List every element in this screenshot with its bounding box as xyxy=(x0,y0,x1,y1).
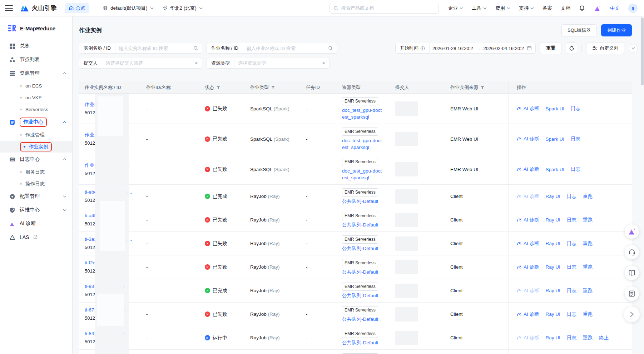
sidebar-item-las[interactable]: LAS xyxy=(0,230,72,244)
action-open-ui[interactable]: Ray UI xyxy=(546,241,560,246)
filter-funnel-icon[interactable] xyxy=(480,85,485,90)
action-open-ui[interactable]: Ray UI xyxy=(546,335,560,340)
action-rerun[interactable]: 重跑 xyxy=(583,311,593,318)
action-log[interactable]: 日志 xyxy=(567,193,576,200)
resource-type-filter[interactable]: 资源类型 选择资源类型 xyxy=(207,58,330,69)
chevron-up-icon[interactable] xyxy=(63,72,66,74)
start-date-value[interactable]: 2026-01-28 16:20:2 xyxy=(430,46,476,51)
sidebar-item-ops-center[interactable]: 运维中心 xyxy=(0,203,72,217)
sidebar-item-node-list[interactable]: 节点列表 xyxy=(0,53,72,66)
sidebar-item-log-center[interactable]: 日志中心 xyxy=(0,153,72,166)
sidebar-item-ai-diagnose[interactable]: AI 诊断 xyxy=(0,217,72,230)
action-log[interactable]: 日志 xyxy=(567,335,576,341)
sidebar-item-config-mgmt[interactable]: 配置管理 xyxy=(0,190,72,203)
float-ai-assistant-button[interactable] xyxy=(625,224,639,239)
sidebar-item-serverless[interactable]: Serverless xyxy=(0,104,72,115)
action-open-ui[interactable]: Spark UI xyxy=(546,167,565,172)
user-avatar[interactable]: s xyxy=(628,4,638,13)
instance-name-link[interactable]: ti-f2e xyxy=(85,260,95,265)
instance-name-link[interactable]: ti-93 xyxy=(85,284,94,289)
action-rerun[interactable]: 重跑 xyxy=(583,288,593,294)
action-rerun[interactable]: 重跑 xyxy=(583,217,593,223)
action-rerun[interactable]: 重跑 xyxy=(583,240,593,247)
action-open-ui[interactable]: Ray UI xyxy=(546,288,560,293)
search-icon[interactable] xyxy=(328,46,333,51)
ai-assistant-icon[interactable] xyxy=(594,5,601,12)
float-docs-button[interactable] xyxy=(625,266,639,280)
resource-link[interactable]: est_sparksql xyxy=(342,114,390,120)
refresh-button[interactable] xyxy=(566,43,577,54)
notification-bell-icon[interactable] xyxy=(579,5,585,11)
action-ai-diagnose[interactable]: AI 诊断 xyxy=(517,166,539,173)
calendar-icon[interactable] xyxy=(527,46,532,51)
resource-link[interactable]: doc_test_gpu-doct xyxy=(342,107,390,114)
project-selector[interactable]: default(默认项目) xyxy=(103,5,154,11)
instance-name-filter[interactable]: 实例名称 / ID xyxy=(79,43,202,54)
job-name-filter[interactable]: 作业名称 / ID xyxy=(207,43,337,54)
scrollbar-track[interactable] xyxy=(641,17,644,354)
menu-enterprise[interactable]: 企业 xyxy=(448,5,463,11)
customize-columns-button[interactable]: 自定义列 xyxy=(586,42,624,54)
action-rerun[interactable]: 重跑 xyxy=(583,193,593,200)
action-open-ui[interactable]: Spark UI xyxy=(546,106,565,111)
scrollbar-thumb[interactable] xyxy=(641,18,644,85)
collapse-filters-button[interactable] xyxy=(629,44,638,53)
sidebar-item-resource-mgmt[interactable]: 资源管理 xyxy=(0,66,72,80)
action-open-ui[interactable]: Ray UI xyxy=(546,217,560,223)
action-ai-diagnose[interactable]: AI 诊断 xyxy=(517,264,539,270)
action-rerun[interactable]: 重跑 xyxy=(583,264,593,270)
reset-button[interactable]: 重置 xyxy=(540,42,561,54)
action-log[interactable]: 日志 xyxy=(571,105,580,112)
sidebar-item-job-center[interactable]: 作业中心 xyxy=(0,115,72,129)
float-support-button[interactable] xyxy=(625,245,639,259)
volcengine-logo[interactable]: 火山引擎 xyxy=(20,4,57,12)
overview-pill[interactable]: 总览 xyxy=(65,3,89,13)
action-log[interactable]: 日志 xyxy=(567,240,576,247)
action-log[interactable]: 日志 xyxy=(571,136,580,142)
float-expand-button[interactable] xyxy=(624,306,640,322)
language-switch[interactable]: 中文 xyxy=(610,5,620,11)
chevron-down-icon[interactable] xyxy=(63,209,66,211)
instance-name-input[interactable] xyxy=(115,46,193,51)
sidebar-item-operation-logs[interactable]: 操作日志 xyxy=(0,178,72,190)
action-log[interactable]: 日志 xyxy=(567,288,576,294)
resource-link[interactable]: 公共队列-Default xyxy=(342,198,390,205)
action-log[interactable]: 日志 xyxy=(567,217,576,223)
region-selector[interactable]: 华北2 (北京) xyxy=(163,5,203,11)
sidebar-item-on-ecs[interactable]: on ECS xyxy=(0,80,72,92)
resource-link[interactable]: 公共队列-Default xyxy=(342,245,390,252)
action-log[interactable]: 日志 xyxy=(567,311,576,318)
chevron-up-icon[interactable] xyxy=(63,121,66,123)
chevron-down-icon[interactable] xyxy=(63,195,66,198)
menu-billing[interactable]: 费用 xyxy=(495,5,510,11)
menu-support[interactable]: 支持 xyxy=(519,5,534,11)
action-ai-diagnose[interactable]: AI 诊断 xyxy=(517,105,539,112)
resource-link[interactable]: 公共队列-Default xyxy=(342,339,390,346)
sidebar-item-job-instances[interactable]: 作业实例 xyxy=(0,141,72,153)
action-ai-diagnose[interactable]: AI 诊断 xyxy=(517,311,539,318)
instance-name-link[interactable]: ti-a4f xyxy=(85,213,95,218)
action-ai-diagnose[interactable]: AI 诊断 xyxy=(517,335,539,341)
end-date-value[interactable]: 2026-02-04 16:20:2 xyxy=(481,46,527,51)
sidebar-item-job-management[interactable]: 作业管理 xyxy=(0,129,72,141)
submitter-filter[interactable]: 提交人 请选择提交人筛选 xyxy=(79,58,202,69)
resource-link[interactable]: 公共队列-Default xyxy=(342,316,390,323)
action-ai-diagnose[interactable]: AI 诊断 xyxy=(517,240,539,247)
action-ai-diagnose[interactable]: AI 诊断 xyxy=(517,217,539,223)
action-open-ui[interactable]: Spark UI xyxy=(546,136,565,142)
action-open-ui[interactable]: Ray UI xyxy=(546,264,560,270)
sidebar-item-overview[interactable]: 总览 xyxy=(0,39,72,53)
filter-funnel-icon[interactable] xyxy=(271,85,275,90)
resource-link[interactable]: 公共队列-Default xyxy=(342,221,390,228)
action-ai-diagnose[interactable]: AI 诊断 xyxy=(517,136,539,142)
search-input[interactable] xyxy=(341,5,435,11)
link-beian[interactable]: 备案 xyxy=(543,5,552,11)
resource-link[interactable]: 公共队列-Default xyxy=(342,292,390,299)
menu-tools[interactable]: 工具 xyxy=(472,5,487,11)
sidebar-item-on-vke[interactable]: on VKE xyxy=(0,92,72,104)
action-rerun[interactable]: 重跑 xyxy=(583,335,593,341)
sidebar-item-service-logs[interactable]: 服务日志 xyxy=(0,166,72,178)
action-open-ui[interactable]: Ray UI xyxy=(546,311,560,317)
sql-editor-button[interactable]: SQL编辑器 xyxy=(561,24,597,36)
resource-link[interactable]: doc_test_gpu-doct xyxy=(342,137,390,144)
